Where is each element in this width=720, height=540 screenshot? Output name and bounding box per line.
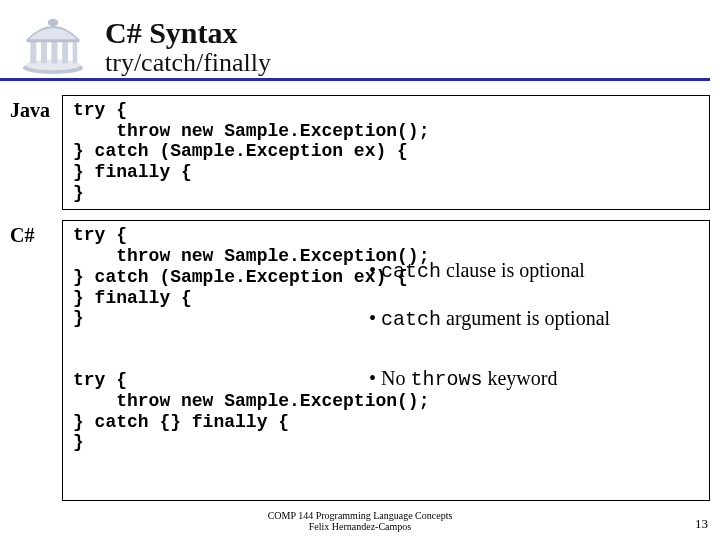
slide-subtitle: try/catch/finally — [105, 49, 271, 76]
csharp-row: C# try { throw new Sample.Exception(); }… — [10, 220, 710, 501]
csharp-label: C# — [10, 220, 62, 247]
footer-line-1: COMP 144 Programming Language Concepts — [0, 510, 720, 521]
csharp-code-box: try { throw new Sample.Exception(); } ca… — [62, 220, 710, 501]
annotations: • catch clause is optional • catch argum… — [369, 259, 699, 415]
slide-title: C# Syntax — [105, 17, 271, 49]
title-block: C# Syntax try/catch/finally — [105, 17, 271, 78]
java-code-box: try { throw new Sample.Exception(); } ca… — [62, 95, 710, 210]
java-label: Java — [10, 95, 62, 122]
footer-line-2: Felix Hernandez-Campos — [0, 521, 720, 532]
annotation-catch-argument: • catch argument is optional — [369, 307, 699, 331]
slide-content: Java try { throw new Sample.Exception();… — [0, 81, 720, 501]
text: • No — [369, 367, 410, 389]
text: keyword — [482, 367, 557, 389]
page-number: 13 — [695, 516, 708, 532]
java-row: Java try { throw new Sample.Exception();… — [10, 95, 710, 210]
bullet: • — [369, 259, 381, 281]
mono-text: catch — [381, 260, 441, 283]
annotation-catch-clause: • catch clause is optional — [369, 259, 699, 283]
svg-point-7 — [47, 19, 58, 27]
slide-footer: COMP 144 Programming Language Concepts F… — [0, 510, 720, 532]
mono-text: catch — [381, 308, 441, 331]
logo-icon — [10, 8, 95, 78]
annotation-no-throws: • No throws keyword — [369, 367, 699, 391]
text: clause is optional — [441, 259, 585, 281]
text: argument is optional — [441, 307, 610, 329]
slide-header: C# Syntax try/catch/finally — [0, 0, 710, 81]
bullet: • — [369, 307, 381, 329]
mono-text: throws — [410, 368, 482, 391]
